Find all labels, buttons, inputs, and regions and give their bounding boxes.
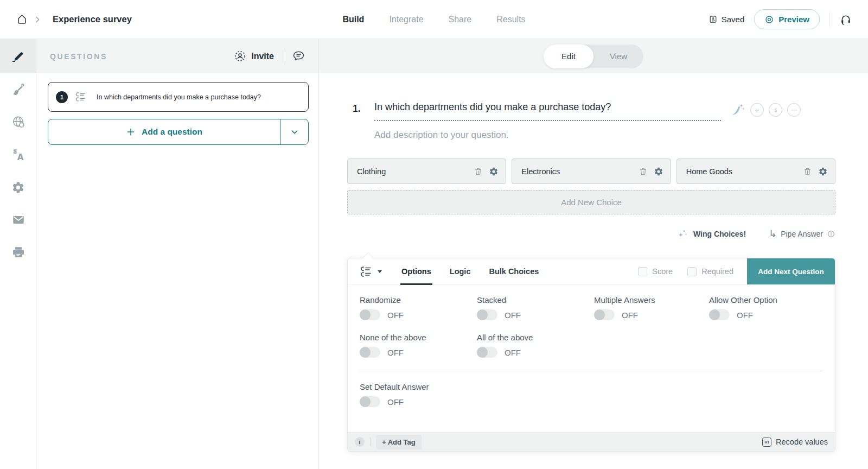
tab-share[interactable]: Share bbox=[449, 15, 472, 24]
info-icon[interactable] bbox=[827, 230, 835, 238]
add-new-choice-button[interactable]: Add New Choice bbox=[347, 190, 835, 214]
pipe-answer-label: Pipe Answer bbox=[781, 230, 823, 238]
rail-item-globe-settings[interactable] bbox=[0, 106, 36, 138]
toggle-switch[interactable] bbox=[709, 309, 730, 320]
checkbox-icon bbox=[687, 267, 697, 276]
add-question-label: Add a question bbox=[142, 127, 202, 137]
topbar: Experience survey Build Integrate Share … bbox=[0, 0, 868, 39]
app-root: Experience survey Build Integrate Share … bbox=[0, 0, 868, 469]
choice-gear-icon[interactable] bbox=[818, 167, 828, 176]
score-label: Score bbox=[652, 267, 673, 276]
saved-label: Saved bbox=[722, 15, 745, 24]
rail-item-email[interactable] bbox=[0, 204, 36, 236]
plus-icon bbox=[126, 127, 136, 137]
pipe-answer-button[interactable]: ↳ Pipe Answer bbox=[769, 229, 835, 239]
gear-icon bbox=[11, 181, 25, 194]
question-title-input[interactable]: In which departments did you make a purc… bbox=[374, 102, 721, 121]
toggle-grid: Randomize OFF Stacked OFF bbox=[360, 295, 823, 358]
tab-bulk-choices[interactable]: Bulk Choices bbox=[489, 258, 539, 284]
header-divider bbox=[283, 50, 283, 63]
question-list-item[interactable]: 1 In which departments did you make a pu… bbox=[48, 82, 309, 112]
questions-panel-title: QUESTIONS bbox=[50, 52, 107, 61]
mode-view[interactable]: View bbox=[593, 45, 643, 68]
preview-eye-icon bbox=[764, 15, 774, 24]
options-divider bbox=[360, 371, 823, 371]
toggle-switch[interactable] bbox=[477, 347, 497, 358]
toggle-all-of-the-above: All of the above OFF bbox=[477, 333, 594, 358]
options-footer: i + Add Tag RI Recode values bbox=[348, 432, 835, 451]
toggle-switch[interactable] bbox=[360, 396, 380, 407]
choice-chip[interactable]: Home Goods bbox=[676, 159, 835, 184]
toggle-multiple-answers: Multiple Answers OFF bbox=[594, 295, 709, 320]
saved-icon bbox=[709, 15, 718, 24]
required-checkbox[interactable]: Required bbox=[687, 267, 733, 276]
info-badge[interactable]: i bbox=[355, 437, 365, 447]
rail-item-settings[interactable] bbox=[0, 171, 36, 204]
saved-status: Saved bbox=[709, 15, 745, 24]
question-action-icons: $ bbox=[731, 102, 801, 117]
add-question-button[interactable]: Add a question bbox=[48, 119, 280, 144]
choice-label[interactable]: Home Goods bbox=[686, 167, 732, 176]
toggle-switch[interactable] bbox=[360, 309, 380, 320]
pipe-arrow-icon: ↳ bbox=[769, 229, 777, 239]
dollar-icon[interactable]: $ bbox=[769, 103, 782, 117]
required-label: Required bbox=[701, 267, 733, 276]
tab-options[interactable]: Options bbox=[401, 258, 431, 284]
svg-text:A: A bbox=[17, 153, 23, 162]
recode-values-label: Recode values bbox=[776, 438, 828, 446]
trash-icon[interactable] bbox=[639, 167, 648, 176]
question-number-badge: 1 bbox=[56, 91, 68, 103]
rail-item-translate[interactable]: a A bbox=[0, 138, 36, 171]
tab-build[interactable]: Build bbox=[342, 15, 364, 24]
choice-gear-icon[interactable] bbox=[654, 167, 663, 176]
wing-choices-label: Wing Choices! bbox=[693, 230, 746, 238]
recode-icon: RI bbox=[762, 438, 771, 447]
tab-logic[interactable]: Logic bbox=[450, 258, 471, 284]
choice-label[interactable]: Clothing bbox=[357, 167, 386, 176]
recode-values-button[interactable]: RI Recode values bbox=[762, 438, 828, 447]
question-description-placeholder[interactable]: Add description to your question. bbox=[374, 130, 835, 141]
choice-chip[interactable]: Electronics bbox=[512, 159, 671, 184]
toggle-switch[interactable] bbox=[594, 309, 615, 320]
add-next-question-button[interactable]: Add Next Question bbox=[747, 258, 835, 284]
breadcrumb: Experience survey bbox=[16, 14, 132, 25]
ellipsis-icon[interactable] bbox=[787, 103, 801, 117]
magic-feather-icon[interactable] bbox=[731, 103, 745, 117]
rail-item-print[interactable] bbox=[0, 236, 36, 269]
checkbox-icon bbox=[638, 267, 647, 276]
score-checkbox[interactable]: Score bbox=[638, 267, 673, 276]
choice-gear-icon[interactable] bbox=[489, 167, 499, 176]
pencil-icon bbox=[11, 49, 25, 64]
toggle-stacked: Stacked OFF bbox=[477, 295, 594, 320]
toggle-switch[interactable] bbox=[360, 347, 380, 358]
translate-icon: a A bbox=[11, 148, 25, 162]
printer-icon bbox=[11, 245, 25, 259]
envelope-icon bbox=[11, 213, 25, 227]
home-icon[interactable] bbox=[16, 14, 28, 25]
choice-label[interactable]: Electronics bbox=[521, 167, 560, 176]
add-question-split-button: Add a question bbox=[48, 119, 309, 145]
add-tag-button[interactable]: + Add Tag bbox=[376, 435, 422, 449]
rail-item-edit[interactable] bbox=[0, 39, 36, 73]
choice-chip[interactable]: Clothing bbox=[347, 159, 506, 184]
add-question-dropdown[interactable] bbox=[280, 119, 308, 144]
choices-row: Clothing bbox=[347, 159, 835, 184]
invite-button[interactable]: Invite bbox=[234, 50, 274, 62]
paintbrush-icon bbox=[11, 83, 25, 97]
tab-integrate[interactable]: Integrate bbox=[389, 15, 423, 24]
preview-button[interactable]: Preview bbox=[754, 9, 820, 29]
rail-item-design[interactable] bbox=[0, 73, 36, 106]
options-tabs: Options Logic Bulk Choices bbox=[401, 258, 539, 284]
tab-results[interactable]: Results bbox=[496, 15, 525, 24]
options-body: Randomize OFF Stacked OFF bbox=[348, 285, 835, 432]
smiley-icon[interactable] bbox=[750, 103, 764, 117]
headset-icon[interactable] bbox=[840, 14, 852, 26]
comment-icon[interactable] bbox=[292, 49, 305, 63]
preview-label: Preview bbox=[778, 15, 809, 24]
question-type-dropdown[interactable] bbox=[360, 258, 382, 284]
mode-edit[interactable]: Edit bbox=[544, 45, 593, 68]
toggle-switch[interactable] bbox=[477, 309, 497, 320]
trash-icon[interactable] bbox=[474, 167, 483, 176]
wing-choices-button[interactable]: Wing Choices! bbox=[678, 229, 746, 239]
trash-icon[interactable] bbox=[803, 167, 812, 176]
